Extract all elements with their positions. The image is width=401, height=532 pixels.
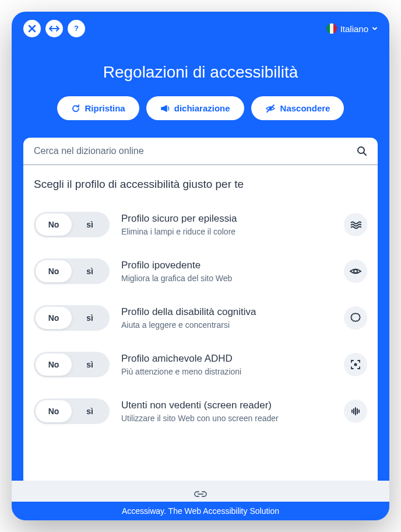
profile-text: Profilo ipovedente Migliora la grafica d… — [121, 260, 332, 283]
close-icon — [27, 24, 37, 33]
profile-desc: Elimina i lampi e riduce il colore — [121, 227, 332, 236]
svg-point-4 — [354, 363, 357, 366]
action-buttons: Ripristina dichiarazione Nascondere — [12, 96, 389, 138]
toggle-yes[interactable]: sì — [72, 400, 108, 422]
profile-title: Utenti non vedenti (screen reader) — [121, 400, 332, 411]
toggle-no[interactable]: No — [36, 214, 72, 236]
profile-title: Profilo della disabilità cognitiva — [121, 306, 332, 318]
bottom-area: Accessiway. The Web Accessibility Soluti… — [12, 481, 389, 520]
eye-icon — [344, 260, 367, 283]
toggle-no[interactable]: No — [36, 354, 72, 376]
close-button[interactable] — [23, 20, 41, 37]
accessibility-widget: ? Italiano Regolazioni di accessibilità … — [12, 12, 389, 520]
toggle-blind[interactable]: No sì — [34, 398, 110, 424]
profile-desc: Aiuta a leggere e concentrarsi — [121, 320, 332, 330]
profile-desc: Migliora la grafica del sito Web — [121, 274, 332, 283]
toggle-yes[interactable]: sì — [72, 354, 108, 376]
position-button[interactable] — [45, 20, 63, 37]
section-title: Scegli il profilo di accessibilità giust… — [23, 165, 378, 201]
profile-text: Profilo della disabilità cognitiva Aiuta… — [121, 306, 332, 330]
profile-row-adhd: No sì Profilo amichevole ADHD Più attenz… — [34, 341, 367, 388]
statement-label: dichiarazione — [174, 103, 230, 113]
profile-desc: Utilizzare il sito Web con uno screen re… — [121, 414, 332, 423]
svg-text:?: ? — [74, 24, 79, 33]
reset-button[interactable]: Ripristina — [57, 96, 139, 120]
chevron-down-icon — [372, 26, 378, 32]
toggle-no[interactable]: No — [36, 260, 72, 282]
topbar-controls: ? — [23, 20, 85, 37]
wave-icon — [344, 213, 367, 236]
header: Regolazioni di accessibilità — [12, 46, 389, 96]
search-icon — [357, 146, 367, 156]
link-row — [12, 487, 389, 502]
toggle-vision[interactable]: No sì — [34, 258, 110, 284]
content-card: Scegli il profilo di accessibilità giust… — [23, 138, 378, 481]
search-input[interactable] — [34, 146, 357, 156]
toggle-yes[interactable]: sì — [72, 307, 108, 329]
hide-label: Nascondere — [280, 103, 330, 113]
profile-row-blind: No sì Utenti non vedenti (screen reader)… — [34, 388, 367, 435]
arrows-horizontal-icon — [49, 24, 59, 33]
toggle-yes[interactable]: sì — [72, 260, 108, 282]
language-label: Italiano — [340, 24, 368, 34]
profile-title: Profilo amichevole ADHD — [121, 353, 332, 365]
toggle-yes[interactable]: sì — [72, 214, 108, 236]
profile-row-vision: No sì Profilo ipovedente Migliora la gra… — [34, 248, 367, 295]
profile-text: Profilo sicuro per epilessia Elimina i l… — [121, 213, 332, 236]
page-title: Regolazioni di accessibilità — [23, 63, 378, 82]
search-wrapper — [23, 138, 378, 165]
audio-icon — [344, 400, 367, 423]
profile-title: Profilo ipovedente — [121, 260, 332, 271]
reset-label: Ripristina — [85, 103, 125, 113]
flag-italy-icon — [326, 23, 337, 34]
focus-icon — [344, 353, 367, 376]
question-icon: ? — [72, 24, 81, 33]
profile-desc: Più attenzione e meno distrazioni — [121, 367, 332, 376]
hide-button[interactable]: Nascondere — [251, 96, 344, 120]
profile-row-cognitive: No sì Profilo della disabilità cognitiva… — [34, 295, 367, 341]
toggle-no[interactable]: No — [36, 307, 72, 329]
toggle-epilepsy[interactable]: No sì — [34, 212, 110, 237]
help-button[interactable]: ? — [68, 20, 85, 37]
toggle-cognitive[interactable]: No sì — [34, 305, 110, 331]
profiles-list: No sì Profilo sicuro per epilessia Elimi… — [23, 201, 378, 481]
megaphone-icon — [160, 104, 170, 113]
svg-point-3 — [354, 270, 357, 273]
profile-text: Profilo amichevole ADHD Più attenzione e… — [121, 353, 332, 376]
eye-slash-icon — [265, 104, 276, 113]
topbar: ? Italiano — [12, 12, 389, 46]
toggle-no[interactable]: No — [36, 400, 72, 422]
language-selector[interactable]: Italiano — [326, 23, 378, 34]
toggle-adhd[interactable]: No sì — [34, 352, 110, 377]
profile-title: Profilo sicuro per epilessia — [121, 213, 332, 225]
link-icon — [194, 490, 207, 498]
footer: Accessiway. The Web Accessibility Soluti… — [12, 502, 389, 520]
profile-row-epilepsy: No sì Profilo sicuro per epilessia Elimi… — [34, 201, 367, 248]
search-button[interactable] — [357, 146, 367, 156]
profile-text: Utenti non vedenti (screen reader) Utili… — [121, 400, 332, 423]
statement-button[interactable]: dichiarazione — [146, 96, 244, 120]
badge-icon — [344, 306, 367, 330]
refresh-icon — [71, 104, 80, 113]
